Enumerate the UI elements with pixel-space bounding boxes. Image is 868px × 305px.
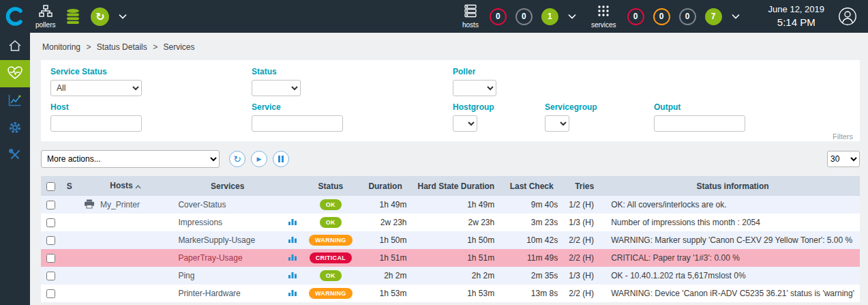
service-status-select[interactable]: All — [50, 80, 142, 96]
hosts-header-label: Hosts — [110, 181, 132, 190]
chart-icon[interactable] — [288, 289, 297, 297]
breadcrumb: Monitoring > Status Details > Services — [42, 42, 860, 52]
row-checkbox[interactable] — [46, 254, 55, 263]
tries-cell: 1/3 (H) — [563, 214, 605, 231]
status-select[interactable] — [252, 80, 301, 96]
hosts-unreachable-badge[interactable]: 0 — [515, 8, 533, 25]
chart-icon[interactable] — [288, 253, 297, 261]
chevron-down-icon[interactable] — [732, 14, 740, 19]
hostgroup-select[interactable] — [453, 115, 477, 132]
hosts-down-badge[interactable]: 0 — [490, 8, 507, 25]
breadcrumb-monitoring[interactable]: Monitoring — [42, 42, 80, 52]
service-input[interactable] — [252, 115, 343, 132]
output-input[interactable] — [654, 115, 745, 132]
col-header-status-information[interactable]: Status information — [605, 176, 860, 196]
last-check-cell: 13m 8s — [500, 285, 563, 302]
chevron-down-icon[interactable] — [119, 14, 127, 19]
hosts-up-badge[interactable]: 1 — [541, 8, 558, 25]
severity-cell — [61, 267, 78, 285]
status-cell: OK — [303, 214, 359, 231]
pause-button[interactable] — [273, 151, 289, 167]
host-input[interactable] — [50, 115, 142, 132]
status-information-cell: OK - 10.40.1.202 rta 5,617mslost 0% — [605, 267, 860, 285]
service-link[interactable]: Printer-Hardware — [178, 289, 240, 298]
severity-cell — [61, 249, 78, 267]
status-cell: WARNING — [303, 285, 359, 302]
pause-icon — [278, 156, 284, 162]
page-size-select[interactable]: 30 — [827, 151, 860, 167]
pollers-menu[interactable]: pollers — [35, 4, 55, 29]
tries-cell: 2/2 (H) — [563, 249, 605, 267]
poller-select[interactable] — [453, 80, 496, 96]
services-menu[interactable]: services — [591, 4, 616, 29]
status-information-cell: WARNING: Marker supply 'Canon C-EXV 29 Y… — [605, 231, 860, 249]
status-cell: OK — [303, 267, 359, 285]
servicegroup-select[interactable] — [545, 115, 569, 132]
services-warning-badge[interactable]: 0 — [653, 8, 670, 25]
col-header-last-check[interactable]: Last Check — [500, 176, 563, 196]
services-critical-badge[interactable]: 0 — [627, 8, 644, 25]
refresh-icon: ↻ — [233, 154, 241, 164]
hosts-menu[interactable]: hosts — [462, 4, 479, 29]
hostgroup-label: Hostgroup — [453, 102, 545, 112]
sidebar-item-configuration[interactable] — [0, 115, 30, 142]
duration-cell: 1h 50m — [359, 231, 413, 249]
sidebar — [0, 33, 30, 305]
col-header-duration[interactable]: Duration — [359, 176, 413, 196]
pollers-label: pollers — [35, 21, 55, 29]
services-ok-badge[interactable]: 7 — [705, 8, 722, 25]
table-row: PaperTray-Usage CRITICAL 1h 51m 1h 51m 1… — [41, 249, 860, 267]
col-header-hosts[interactable]: Hosts — [78, 176, 173, 196]
row-checkbox[interactable] — [46, 272, 55, 280]
service-link[interactable]: Impressions — [178, 218, 222, 227]
breadcrumb-services[interactable]: Services — [163, 42, 194, 52]
col-header-services[interactable]: Services — [173, 176, 282, 196]
sidebar-item-home[interactable] — [0, 33, 30, 60]
service-link[interactable]: MarkerSupply-Usage — [178, 235, 255, 245]
row-checkbox[interactable] — [46, 236, 55, 245]
play-button[interactable]: ▶ — [251, 151, 267, 167]
more-actions-select[interactable]: More actions... — [41, 150, 220, 168]
actions-toolbar: More actions... ↻ ▶ 30 — [41, 150, 860, 168]
sidebar-item-monitoring[interactable] — [0, 60, 30, 87]
col-header-severity[interactable]: S — [61, 176, 78, 196]
col-header-status[interactable]: Status — [303, 176, 359, 196]
sidebar-item-administration[interactable] — [0, 142, 30, 169]
poller-database-icon[interactable] — [66, 8, 80, 25]
datetime-display: June 12, 2019 5:14 PM — [768, 3, 824, 29]
services-unknown-badge[interactable]: 0 — [679, 8, 696, 25]
duration-cell: 2w 23h — [359, 214, 413, 231]
host-link[interactable]: My_Printer — [100, 199, 140, 209]
chart-icon[interactable] — [288, 218, 297, 226]
chart-icon[interactable] — [288, 271, 297, 279]
select-all-checkbox[interactable] — [46, 182, 55, 191]
row-checkbox[interactable] — [46, 289, 55, 298]
graph-cell — [282, 214, 303, 231]
service-label: Service — [252, 102, 453, 112]
col-header-hard-state-duration[interactable]: Hard State Duration — [413, 176, 500, 196]
chart-icon[interactable] — [288, 235, 297, 244]
refresh-button[interactable]: ↻ — [229, 151, 245, 167]
table-header-row: S Hosts Services Status Duration Hard St… — [41, 176, 860, 196]
col-header-graph[interactable] — [282, 176, 303, 196]
service-link[interactable]: Ping — [178, 271, 194, 280]
user-profile-icon[interactable] — [838, 7, 857, 26]
centreon-logo[interactable] — [0, 6, 30, 27]
last-check-cell: 9m 40s — [500, 196, 563, 214]
row-checkbox[interactable] — [46, 201, 55, 209]
row-checkbox[interactable] — [46, 218, 55, 227]
poller-status-ok-icon[interactable]: ↻ — [91, 8, 109, 26]
hosts-status-badges: 0 0 1 — [490, 8, 558, 25]
severity-cell — [61, 196, 78, 214]
chevron-down-icon[interactable] — [568, 14, 576, 19]
breadcrumb-status-details[interactable]: Status Details — [97, 42, 147, 52]
tries-cell: 2/2 (H) — [563, 285, 605, 302]
pollers-icon — [39, 4, 53, 20]
col-header-tries[interactable]: Tries — [563, 176, 605, 196]
breadcrumb-separator: > — [153, 42, 158, 52]
service-link[interactable]: Cover-Status — [178, 200, 226, 209]
sidebar-item-reporting[interactable] — [0, 87, 30, 115]
service-link[interactable]: PaperTray-Usage — [178, 253, 242, 263]
graph-cell — [282, 196, 303, 214]
last-check-cell: 10m 42s — [500, 231, 563, 249]
